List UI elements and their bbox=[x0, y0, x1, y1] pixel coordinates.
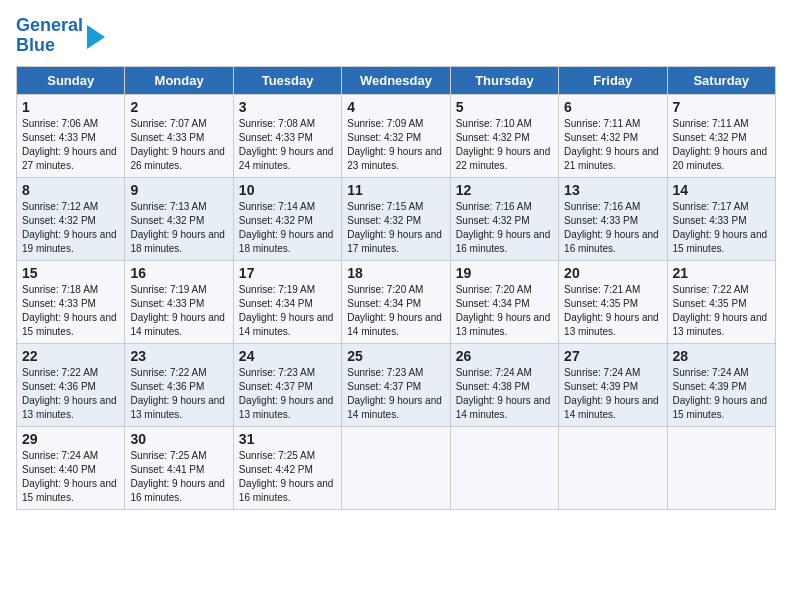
day-info: Sunrise: 7:24 AM Sunset: 4:39 PM Dayligh… bbox=[564, 367, 659, 420]
day-number: 2 bbox=[130, 99, 227, 115]
day-number: 24 bbox=[239, 348, 336, 364]
day-info: Sunrise: 7:15 AM Sunset: 4:32 PM Dayligh… bbox=[347, 201, 442, 254]
calendar-cell bbox=[667, 426, 775, 509]
calendar-cell: 28 Sunrise: 7:24 AM Sunset: 4:39 PM Dayl… bbox=[667, 343, 775, 426]
day-number: 21 bbox=[673, 265, 770, 281]
day-number: 27 bbox=[564, 348, 661, 364]
day-number: 22 bbox=[22, 348, 119, 364]
day-info: Sunrise: 7:06 AM Sunset: 4:33 PM Dayligh… bbox=[22, 118, 117, 171]
day-number: 13 bbox=[564, 182, 661, 198]
day-header-friday: Friday bbox=[559, 66, 667, 94]
day-number: 29 bbox=[22, 431, 119, 447]
calendar-cell: 3 Sunrise: 7:08 AM Sunset: 4:33 PM Dayli… bbox=[233, 94, 341, 177]
day-info: Sunrise: 7:19 AM Sunset: 4:34 PM Dayligh… bbox=[239, 284, 334, 337]
calendar-cell: 23 Sunrise: 7:22 AM Sunset: 4:36 PM Dayl… bbox=[125, 343, 233, 426]
day-info: Sunrise: 7:16 AM Sunset: 4:33 PM Dayligh… bbox=[564, 201, 659, 254]
calendar-cell: 29 Sunrise: 7:24 AM Sunset: 4:40 PM Dayl… bbox=[17, 426, 125, 509]
day-number: 20 bbox=[564, 265, 661, 281]
calendar-cell: 5 Sunrise: 7:10 AM Sunset: 4:32 PM Dayli… bbox=[450, 94, 558, 177]
calendar-cell: 31 Sunrise: 7:25 AM Sunset: 4:42 PM Dayl… bbox=[233, 426, 341, 509]
calendar-cell: 25 Sunrise: 7:23 AM Sunset: 4:37 PM Dayl… bbox=[342, 343, 450, 426]
day-header-tuesday: Tuesday bbox=[233, 66, 341, 94]
day-info: Sunrise: 7:19 AM Sunset: 4:33 PM Dayligh… bbox=[130, 284, 225, 337]
calendar-cell: 20 Sunrise: 7:21 AM Sunset: 4:35 PM Dayl… bbox=[559, 260, 667, 343]
day-info: Sunrise: 7:22 AM Sunset: 4:36 PM Dayligh… bbox=[130, 367, 225, 420]
calendar-body: 1 Sunrise: 7:06 AM Sunset: 4:33 PM Dayli… bbox=[17, 94, 776, 509]
calendar-cell: 8 Sunrise: 7:12 AM Sunset: 4:32 PM Dayli… bbox=[17, 177, 125, 260]
day-info: Sunrise: 7:09 AM Sunset: 4:32 PM Dayligh… bbox=[347, 118, 442, 171]
day-number: 3 bbox=[239, 99, 336, 115]
calendar-week-row: 8 Sunrise: 7:12 AM Sunset: 4:32 PM Dayli… bbox=[17, 177, 776, 260]
calendar-cell: 11 Sunrise: 7:15 AM Sunset: 4:32 PM Dayl… bbox=[342, 177, 450, 260]
calendar-cell: 27 Sunrise: 7:24 AM Sunset: 4:39 PM Dayl… bbox=[559, 343, 667, 426]
calendar-cell: 12 Sunrise: 7:16 AM Sunset: 4:32 PM Dayl… bbox=[450, 177, 558, 260]
day-number: 18 bbox=[347, 265, 444, 281]
calendar-cell: 2 Sunrise: 7:07 AM Sunset: 4:33 PM Dayli… bbox=[125, 94, 233, 177]
calendar-cell: 30 Sunrise: 7:25 AM Sunset: 4:41 PM Dayl… bbox=[125, 426, 233, 509]
day-number: 30 bbox=[130, 431, 227, 447]
calendar-cell bbox=[559, 426, 667, 509]
day-number: 19 bbox=[456, 265, 553, 281]
day-info: Sunrise: 7:10 AM Sunset: 4:32 PM Dayligh… bbox=[456, 118, 551, 171]
calendar-week-row: 1 Sunrise: 7:06 AM Sunset: 4:33 PM Dayli… bbox=[17, 94, 776, 177]
calendar-cell: 4 Sunrise: 7:09 AM Sunset: 4:32 PM Dayli… bbox=[342, 94, 450, 177]
day-info: Sunrise: 7:14 AM Sunset: 4:32 PM Dayligh… bbox=[239, 201, 334, 254]
day-info: Sunrise: 7:11 AM Sunset: 4:32 PM Dayligh… bbox=[673, 118, 768, 171]
day-info: Sunrise: 7:23 AM Sunset: 4:37 PM Dayligh… bbox=[239, 367, 334, 420]
logo-line1: General bbox=[16, 16, 83, 36]
day-number: 1 bbox=[22, 99, 119, 115]
day-info: Sunrise: 7:18 AM Sunset: 4:33 PM Dayligh… bbox=[22, 284, 117, 337]
page-header: General Blue bbox=[16, 16, 776, 56]
calendar-table: SundayMondayTuesdayWednesdayThursdayFrid… bbox=[16, 66, 776, 510]
day-info: Sunrise: 7:08 AM Sunset: 4:33 PM Dayligh… bbox=[239, 118, 334, 171]
day-info: Sunrise: 7:07 AM Sunset: 4:33 PM Dayligh… bbox=[130, 118, 225, 171]
calendar-cell: 26 Sunrise: 7:24 AM Sunset: 4:38 PM Dayl… bbox=[450, 343, 558, 426]
day-info: Sunrise: 7:16 AM Sunset: 4:32 PM Dayligh… bbox=[456, 201, 551, 254]
calendar-cell: 1 Sunrise: 7:06 AM Sunset: 4:33 PM Dayli… bbox=[17, 94, 125, 177]
day-number: 16 bbox=[130, 265, 227, 281]
day-number: 9 bbox=[130, 182, 227, 198]
calendar-cell: 16 Sunrise: 7:19 AM Sunset: 4:33 PM Dayl… bbox=[125, 260, 233, 343]
calendar-header-row: SundayMondayTuesdayWednesdayThursdayFrid… bbox=[17, 66, 776, 94]
calendar-cell: 6 Sunrise: 7:11 AM Sunset: 4:32 PM Dayli… bbox=[559, 94, 667, 177]
day-info: Sunrise: 7:13 AM Sunset: 4:32 PM Dayligh… bbox=[130, 201, 225, 254]
day-number: 14 bbox=[673, 182, 770, 198]
day-info: Sunrise: 7:24 AM Sunset: 4:40 PM Dayligh… bbox=[22, 450, 117, 503]
day-info: Sunrise: 7:24 AM Sunset: 4:39 PM Dayligh… bbox=[673, 367, 768, 420]
calendar-week-row: 29 Sunrise: 7:24 AM Sunset: 4:40 PM Dayl… bbox=[17, 426, 776, 509]
calendar-cell bbox=[450, 426, 558, 509]
logo-line2: Blue bbox=[16, 36, 83, 56]
calendar-cell: 10 Sunrise: 7:14 AM Sunset: 4:32 PM Dayl… bbox=[233, 177, 341, 260]
day-header-saturday: Saturday bbox=[667, 66, 775, 94]
day-info: Sunrise: 7:21 AM Sunset: 4:35 PM Dayligh… bbox=[564, 284, 659, 337]
day-info: Sunrise: 7:24 AM Sunset: 4:38 PM Dayligh… bbox=[456, 367, 551, 420]
day-info: Sunrise: 7:20 AM Sunset: 4:34 PM Dayligh… bbox=[347, 284, 442, 337]
day-number: 8 bbox=[22, 182, 119, 198]
day-info: Sunrise: 7:11 AM Sunset: 4:32 PM Dayligh… bbox=[564, 118, 659, 171]
calendar-cell: 15 Sunrise: 7:18 AM Sunset: 4:33 PM Dayl… bbox=[17, 260, 125, 343]
day-info: Sunrise: 7:17 AM Sunset: 4:33 PM Dayligh… bbox=[673, 201, 768, 254]
day-number: 10 bbox=[239, 182, 336, 198]
calendar-cell: 13 Sunrise: 7:16 AM Sunset: 4:33 PM Dayl… bbox=[559, 177, 667, 260]
day-info: Sunrise: 7:25 AM Sunset: 4:42 PM Dayligh… bbox=[239, 450, 334, 503]
calendar-cell bbox=[342, 426, 450, 509]
day-number: 23 bbox=[130, 348, 227, 364]
day-header-sunday: Sunday bbox=[17, 66, 125, 94]
day-number: 4 bbox=[347, 99, 444, 115]
day-header-monday: Monday bbox=[125, 66, 233, 94]
day-number: 28 bbox=[673, 348, 770, 364]
calendar-cell: 19 Sunrise: 7:20 AM Sunset: 4:34 PM Dayl… bbox=[450, 260, 558, 343]
day-number: 5 bbox=[456, 99, 553, 115]
calendar-week-row: 15 Sunrise: 7:18 AM Sunset: 4:33 PM Dayl… bbox=[17, 260, 776, 343]
day-info: Sunrise: 7:22 AM Sunset: 4:35 PM Dayligh… bbox=[673, 284, 768, 337]
day-info: Sunrise: 7:23 AM Sunset: 4:37 PM Dayligh… bbox=[347, 367, 442, 420]
calendar-cell: 21 Sunrise: 7:22 AM Sunset: 4:35 PM Dayl… bbox=[667, 260, 775, 343]
logo: General Blue bbox=[16, 16, 105, 56]
day-number: 25 bbox=[347, 348, 444, 364]
day-info: Sunrise: 7:25 AM Sunset: 4:41 PM Dayligh… bbox=[130, 450, 225, 503]
logo-arrow-icon bbox=[87, 25, 105, 49]
calendar-cell: 24 Sunrise: 7:23 AM Sunset: 4:37 PM Dayl… bbox=[233, 343, 341, 426]
day-number: 7 bbox=[673, 99, 770, 115]
day-header-wednesday: Wednesday bbox=[342, 66, 450, 94]
day-number: 12 bbox=[456, 182, 553, 198]
